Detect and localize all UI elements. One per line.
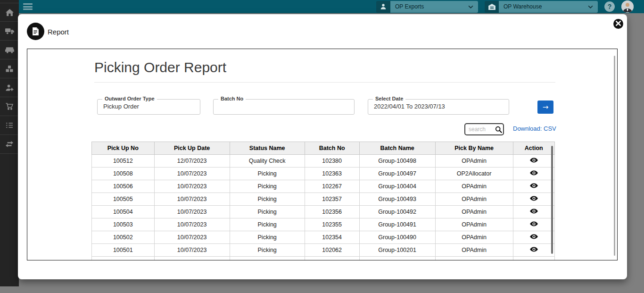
view-action-button[interactable] [530,170,538,176]
report-document-icon [27,23,44,40]
panel-scrollbar[interactable] [614,56,615,256]
view-action-button[interactable] [530,196,538,201]
table-cell: 10/07/2023 [154,180,230,193]
table-header-row: Pick Up NoPick Up DateStatus NameBatch N… [92,142,555,155]
table-cell: 102356 [305,206,359,218]
report-modal: Report Picking Order Report Outward Orde… [18,14,627,279]
close-icon [616,20,621,27]
table-cell: Picking [230,231,305,244]
arrow-right-icon: → [543,103,549,111]
table-cell: OPAdmin [435,155,513,167]
outward-order-type-field[interactable]: Outward Order Type Pickup Order [97,99,200,115]
sidebar [0,0,19,286]
help-icon[interactable]: ? [604,1,615,12]
table-cell: 102354 [305,231,359,244]
table-cell: Picking [230,218,305,231]
eye-icon [530,234,538,241]
table-cell: Group-100404 [359,180,435,193]
batch-no-field[interactable]: Batch No [213,99,355,115]
sidebar-item-inventory[interactable] [0,59,19,78]
select-date-field[interactable]: Select Date 2022/04/01 To 2023/07/13 [368,99,509,115]
table-cell [92,257,155,261]
table-cell: 102355 [305,218,359,231]
search-icon[interactable] [495,126,502,133]
table-cell: Group-100491 [359,218,435,231]
run-report-button[interactable]: → [537,100,553,114]
column-header: Action [513,142,554,155]
table-cell [359,257,435,261]
cart-icon [6,103,13,110]
table-cell: OPAdmin [435,244,513,257]
user-avatar[interactable] [621,0,634,13]
person-icon [376,1,390,13]
modal-title: Report [48,28,69,36]
table-cell: 100505 [92,193,155,206]
table-cell: Group-100490 [359,231,435,244]
chevron-down-icon [588,3,593,10]
user-settings-icon [6,84,14,91]
table-scrollbar[interactable] [551,146,553,254]
sidebar-item-shipping[interactable] [0,41,19,59]
sidebar-item-tasks[interactable] [0,116,19,135]
table-cell: 102267 [305,180,359,193]
search-box [464,123,504,135]
eye-icon [530,246,538,253]
eye-icon [530,195,538,202]
table-cell: 100503 [92,218,155,231]
title-divider [94,82,555,83]
warehouse-context-group: OP Warehouse [485,1,598,13]
eye-icon [530,208,538,215]
table-row: 10050210/07/2023Picking102354Group-10049… [92,231,555,244]
table-cell: Picking [230,244,305,257]
close-button[interactable] [613,19,623,29]
eye-icon [530,157,538,164]
user-context-select[interactable]: OP Exports [390,1,478,13]
transfer-arrows-icon [6,141,13,147]
view-action-button[interactable] [530,221,538,226]
column-header: Pick Up No [92,142,155,155]
table-cell: Picking [230,193,305,206]
table-cell: 100504 [92,206,155,218]
table-cell: 100501 [92,244,155,257]
table-cell: 102062 [305,244,359,257]
sidebar-item-users[interactable] [0,78,19,97]
table-cell [154,257,230,261]
table-row: 10050510/07/2023Picking102357Group-10049… [92,193,555,206]
view-action-button[interactable] [530,183,538,188]
delivery-truck-icon [5,28,14,34]
sidebar-item-delivery[interactable] [0,22,19,41]
view-action-button[interactable] [530,234,538,239]
chevron-down-icon [468,3,473,10]
table-cell: 102363 [305,167,359,180]
table-cell [513,257,554,261]
table-cell: 100508 [92,167,155,180]
view-action-button[interactable] [530,247,538,252]
sidebar-item-transfers[interactable] [0,135,19,154]
action-cell [513,167,554,180]
action-cell [513,180,554,193]
table-row: 10050810/07/2023Picking102363Group-10049… [92,167,555,180]
warehouse-context-select[interactable]: OP Warehouse [499,1,598,13]
table-cell: Group-100201 [359,244,435,257]
view-action-button[interactable] [530,209,538,214]
hamburger-menu-icon[interactable] [23,3,33,10]
table-cell: 100502 [92,231,155,244]
sidebar-item-home[interactable] [0,3,19,22]
eye-icon [530,221,538,228]
column-header: Status Name [230,142,305,155]
table-row: 10050110/07/2023Picking102062Group-10020… [92,244,555,257]
select-date-label: Select Date [373,96,405,101]
user-context-group: OP Exports [376,1,478,13]
view-action-button[interactable] [530,158,538,163]
sidebar-item-orders[interactable] [0,97,19,116]
table-row: 10050610/07/2023Picking102267Group-10040… [92,180,555,193]
download-csv-link[interactable]: Download: CSV [513,125,556,132]
eye-icon [530,170,538,177]
page-title: Picking Order Report [94,59,226,75]
search-input[interactable] [469,126,495,133]
report-table-container: Pick Up NoPick Up DateStatus NameBatch N… [91,142,555,260]
action-cell [513,155,554,167]
action-cell [513,231,554,244]
action-cell [513,218,554,231]
order-list-icon [6,122,13,128]
